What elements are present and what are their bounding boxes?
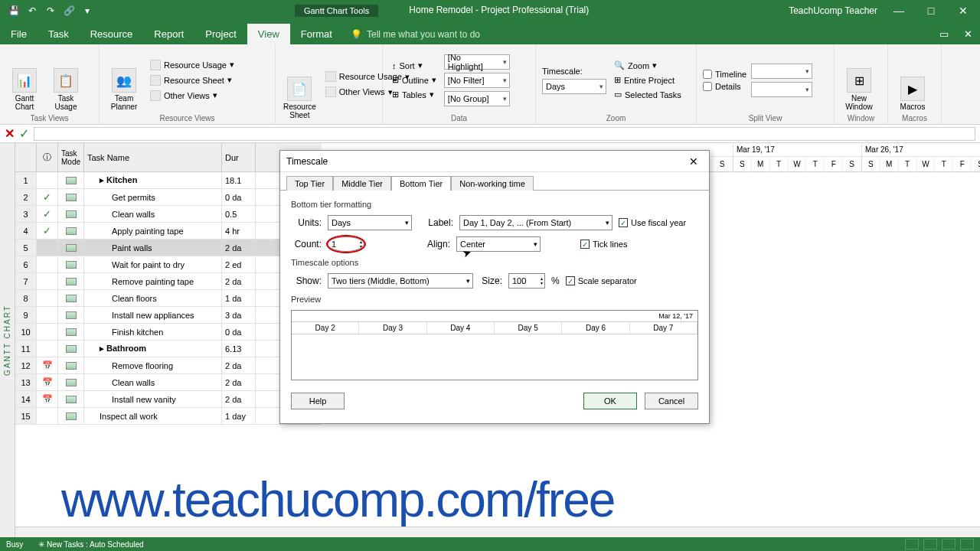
zoom-button[interactable]: 🔍 Zoom ▾ xyxy=(611,60,684,71)
tab-task[interactable]: Task xyxy=(38,24,80,44)
entry-input[interactable] xyxy=(34,127,975,141)
task-name-cell[interactable]: Get permits xyxy=(84,189,222,205)
table-row[interactable]: 11▸ Bathroom6.13 xyxy=(15,341,322,357)
view-shortcut-4[interactable] xyxy=(960,539,974,549)
duration-cell[interactable]: 2 da xyxy=(222,240,256,256)
task-name-cell[interactable]: Remove painting tape xyxy=(84,273,222,289)
duration-cell[interactable]: 2 da xyxy=(222,273,256,289)
table-row[interactable]: 4✓Apply painting tape4 hr xyxy=(15,223,322,240)
resource-usage-button[interactable]: Resource Usage ▾ xyxy=(147,59,237,71)
table-row[interactable]: 10Finish kitchen0 da xyxy=(15,324,322,341)
duration-cell[interactable]: 2 ed xyxy=(222,256,256,272)
table-row[interactable]: 3✓Clean walls0.5 xyxy=(15,206,322,223)
task-name-cell[interactable]: Paint walls xyxy=(84,240,222,256)
undo-icon[interactable]: ↶ xyxy=(24,3,40,18)
label-dropdown[interactable]: Day 1, Day 2, ... (From Start) xyxy=(459,215,612,230)
team-planner-button[interactable]: 👥Team Planner xyxy=(106,47,142,112)
duration-cell[interactable]: 4 hr xyxy=(222,223,256,239)
duration-cell[interactable]: 2 da xyxy=(222,391,256,407)
view-shortcut-2[interactable] xyxy=(923,539,937,549)
use-fiscal-year-checkbox[interactable]: ✓Use fiscal year xyxy=(619,218,686,227)
task-name-cell[interactable]: Install new vanity xyxy=(84,391,222,407)
tab-middle-tier[interactable]: Middle Tier xyxy=(333,176,391,191)
sort-button[interactable]: ↕ Sort ▾ xyxy=(389,60,439,71)
horizontal-scrollbar[interactable] xyxy=(15,527,980,537)
cancel-entry-icon[interactable]: ✕ xyxy=(5,126,15,141)
ribbon-close-icon[interactable]: ✕ xyxy=(956,24,980,44)
accept-entry-icon[interactable]: ✓ xyxy=(19,126,29,141)
tab-resource[interactable]: Resource xyxy=(80,24,144,44)
macros-button[interactable]: ▶Macros xyxy=(894,47,931,112)
tab-nonworking-time[interactable]: Non-working time xyxy=(451,176,534,191)
other-views-button[interactable]: Other Views ▾ xyxy=(147,90,237,102)
scale-separator-checkbox[interactable]: ✓Scale separator xyxy=(566,276,637,285)
maximize-icon[interactable]: □ xyxy=(920,5,942,17)
duration-cell[interactable]: 1 day xyxy=(222,408,256,424)
selected-tasks-button[interactable]: ▭ Selected Tasks xyxy=(611,89,684,100)
tell-me-search[interactable]: 💡 Tell me what you want to do xyxy=(343,24,932,44)
outline-button[interactable]: ⊟ Outline ▾ xyxy=(389,74,439,86)
minimize-icon[interactable]: — xyxy=(888,5,910,17)
help-button[interactable]: Help xyxy=(291,393,345,409)
tables-button[interactable]: ⊞ Tables ▾ xyxy=(389,89,439,100)
tab-project[interactable]: Project xyxy=(194,24,247,44)
duration-cell[interactable]: 0.5 xyxy=(222,206,256,222)
gantt-chart-button[interactable]: 📊Gantt Chart xyxy=(6,47,43,112)
resource-sheet-big-button[interactable]: 📄Resource Sheet xyxy=(282,47,318,121)
task-name-cell[interactable]: ▸ Bathroom xyxy=(84,341,222,357)
new-window-button[interactable]: ⊞New Window xyxy=(841,47,877,112)
details-checkbox[interactable]: Details xyxy=(703,82,746,91)
col-duration[interactable]: Dur xyxy=(222,143,256,171)
task-name-cell[interactable]: Clean walls xyxy=(84,374,222,390)
highlight-dropdown[interactable]: [No Highlight] xyxy=(444,54,510,70)
task-name-cell[interactable]: Clean floors xyxy=(84,290,222,306)
timeline-checkbox[interactable]: Timeline xyxy=(703,70,746,79)
indicator-header[interactable]: ⓘ xyxy=(37,143,58,171)
timeline-view-dropdown[interactable] xyxy=(751,64,812,79)
ok-button[interactable]: OK xyxy=(583,393,637,409)
save-icon[interactable]: 💾 xyxy=(6,3,21,18)
duration-cell[interactable]: 1 da xyxy=(222,290,256,306)
details-view-dropdown[interactable] xyxy=(751,82,812,97)
view-shortcut-3[interactable] xyxy=(942,539,956,549)
col-task-name[interactable]: Task Name xyxy=(84,143,222,171)
task-name-cell[interactable]: Clean walls xyxy=(84,206,222,222)
task-usage-button[interactable]: 📋Task Usage xyxy=(47,47,84,112)
task-name-cell[interactable]: Install new appliances xyxy=(84,307,222,323)
close-icon[interactable]: ✕ xyxy=(952,5,974,17)
table-row[interactable]: 7Remove painting tape2 da xyxy=(15,273,322,290)
tab-top-tier[interactable]: Top Tier xyxy=(286,176,333,191)
ribbon-minimize-icon[interactable]: ▭ xyxy=(932,24,956,44)
filter-dropdown[interactable]: [No Filter] xyxy=(444,73,510,88)
task-name-cell[interactable]: Inspect all work xyxy=(84,408,222,424)
qat-dropdown-icon[interactable]: ▾ xyxy=(80,3,95,18)
table-row[interactable]: 15Inspect all work1 day xyxy=(15,408,322,425)
count-spinner[interactable]: 1 xyxy=(328,236,364,252)
task-name-cell[interactable]: Wait for paint to dry xyxy=(84,256,222,272)
group-dropdown[interactable]: [No Group] xyxy=(444,91,510,106)
col-task-mode[interactable]: Task Mode xyxy=(58,143,84,171)
dialog-close-icon[interactable]: ✕ xyxy=(684,155,703,168)
duration-cell[interactable]: 3 da xyxy=(222,307,256,323)
task-name-cell[interactable]: Remove flooring xyxy=(84,357,222,373)
tab-file[interactable]: File xyxy=(0,24,38,44)
duration-cell[interactable]: 2 da xyxy=(222,357,256,373)
duration-cell[interactable]: 18.1 xyxy=(222,172,256,188)
tick-lines-checkbox[interactable]: ✓Tick lines xyxy=(580,240,627,249)
cancel-button[interactable]: Cancel xyxy=(645,393,698,409)
entire-project-button[interactable]: ⊞ Entire Project xyxy=(611,74,684,86)
link-icon[interactable]: 🔗 xyxy=(61,3,77,18)
duration-cell[interactable]: 2 da xyxy=(222,374,256,390)
duration-cell[interactable]: 6.13 xyxy=(222,341,256,357)
resource-sheet-button[interactable]: Resource Sheet ▾ xyxy=(147,74,237,86)
view-shortcut-1[interactable] xyxy=(905,539,919,549)
table-row[interactable]: 12📅Remove flooring2 da xyxy=(15,357,322,374)
table-row[interactable]: 6Wait for paint to dry2 ed xyxy=(15,256,322,273)
task-name-cell[interactable]: Finish kitchen xyxy=(84,324,222,340)
tab-view[interactable]: View xyxy=(247,24,290,44)
timescale-dropdown[interactable]: Days xyxy=(542,79,606,94)
table-row[interactable]: 14📅Install new vanity2 da xyxy=(15,391,322,408)
table-row[interactable]: 13📅Clean walls2 da xyxy=(15,374,322,391)
tab-report[interactable]: Report xyxy=(143,24,194,44)
show-dropdown[interactable]: Two tiers (Middle, Bottom) xyxy=(328,273,473,289)
